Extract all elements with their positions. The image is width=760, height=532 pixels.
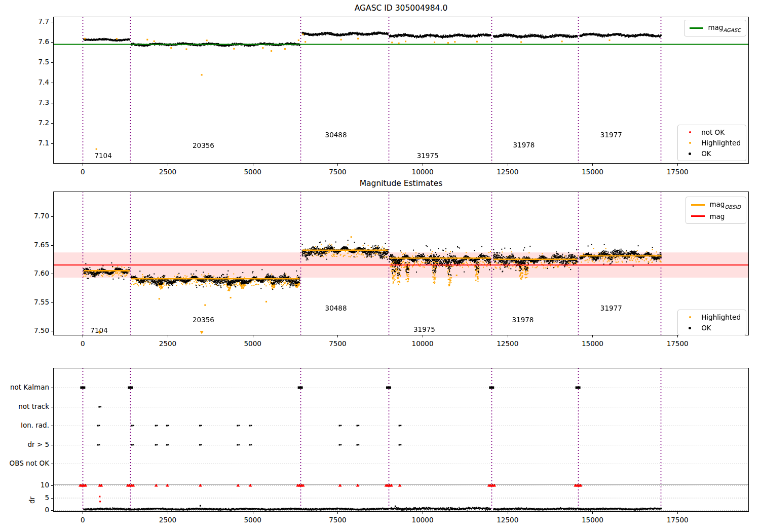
not-ok-label: not OK <box>701 128 725 136</box>
top-ytickmark-7.3 <box>51 103 53 103</box>
mag-agasc-line-swatch <box>690 27 703 29</box>
dr-tick-10: 10 <box>21 481 49 489</box>
middle-xtick-2500: 2500 <box>147 339 188 348</box>
middle-obsid-label-31977: 31977 <box>588 304 634 312</box>
top-obsid-label-7104: 7104 <box>81 151 126 160</box>
legend-item-mag-obsid: magOBSID <box>691 200 741 210</box>
category-label-dr-5: dr > 5 <box>1 440 49 448</box>
middle-ytickmark-7.65 <box>51 245 53 246</box>
bottom-xtick-10000: 10000 <box>402 516 443 524</box>
ok-label: OK <box>701 149 711 158</box>
bottom-xtick-7500: 7500 <box>317 516 358 524</box>
dr-tick-5: 5 <box>21 493 49 502</box>
bottom-xtick-5000: 5000 <box>233 516 273 524</box>
category-label-not-kalman: not Kalman <box>1 383 49 391</box>
top-plot-area <box>53 17 749 164</box>
dr-tick-0: 0 <box>21 506 49 514</box>
middle-xtickmark-0 <box>83 335 83 337</box>
highlighted-marker-icon-2 <box>683 316 697 318</box>
mag-agasc-legend: magAGASC <box>684 20 746 36</box>
top-obsid-label-20356: 20356 <box>180 141 226 149</box>
bottom-xtick-2500: 2500 <box>147 516 188 524</box>
bottom-xtickmark-12500 <box>508 512 508 514</box>
top-obsid-label-31977: 31977 <box>588 131 634 139</box>
bottom-xtickmark-2500 <box>168 512 168 514</box>
top-ytickmark-7.2 <box>51 123 53 124</box>
bottom-xtick-12500: 12500 <box>487 516 528 524</box>
ok-marker-icon <box>683 153 697 155</box>
bottom-xtick-15000: 15000 <box>572 516 613 524</box>
middle-ytick-7.60: 7.60 <box>21 269 49 277</box>
highlighted-label-2: Highlighted <box>701 313 741 321</box>
bottom-cat-tickmark-Ion-rad- <box>51 426 53 426</box>
middle-ytickmark-7.55 <box>51 302 53 303</box>
mag-obsid-line-swatch <box>691 204 705 206</box>
middle-xtick-0: 0 <box>62 339 103 348</box>
bottom-plot-area <box>53 368 749 512</box>
bottom-xtick-17500: 17500 <box>657 516 698 524</box>
middle-status-legend: Highlighted OK <box>677 310 746 335</box>
top-status-legend: not OK Highlighted OK <box>677 125 746 161</box>
legend-item-highlighted-2: Highlighted <box>683 313 741 321</box>
dr-tickmark-0 <box>51 510 53 511</box>
ok-label-2: OK <box>701 324 711 332</box>
top-obsid-label-31975: 31975 <box>405 151 450 160</box>
top-xtick-12500: 12500 <box>487 168 528 176</box>
middle-ytickmark-7.60 <box>51 274 53 274</box>
legend-item-mag: mag <box>691 212 741 220</box>
top-ytick-7.7: 7.7 <box>21 17 49 25</box>
middle-obsid-label-20356: 20356 <box>180 316 226 324</box>
not-ok-marker-icon <box>683 131 697 133</box>
bottom-xtickmark-7500 <box>337 512 338 514</box>
bottom-xtick-0: 0 <box>62 516 103 524</box>
top-xtickmark-2500 <box>168 164 168 166</box>
ok-marker-icon-2 <box>683 327 697 329</box>
middle-xtickmark-2500 <box>168 335 168 337</box>
middle-obsid-label-31975: 31975 <box>401 325 447 333</box>
highlighted-marker-icon <box>683 142 697 144</box>
middle-ytickmark-7.50 <box>51 331 53 331</box>
middle-xtickmark-10000 <box>423 335 423 337</box>
top-ytick-7.5: 7.5 <box>21 58 49 66</box>
middle-obsid-label-31978: 31978 <box>500 316 546 324</box>
middle-plot-title: Magnitude Estimates <box>53 179 749 188</box>
middle-xtick-7500: 7500 <box>317 339 358 348</box>
middle-ytick-7.65: 7.65 <box>21 241 49 249</box>
middle-xtickmark-17500 <box>677 335 678 337</box>
middle-xtickmark-15000 <box>592 335 593 337</box>
bottom-cat-tickmark-OBS-not-OK <box>51 464 53 464</box>
top-ytickmark-7.4 <box>51 83 53 83</box>
middle-ytick-7.50: 7.50 <box>21 326 49 334</box>
bottom-cat-tickmark-not-track <box>51 407 53 407</box>
top-obsid-label-31978: 31978 <box>501 141 547 149</box>
middle-xtickmark-5000 <box>253 335 253 337</box>
middle-xtick-5000: 5000 <box>233 339 273 348</box>
top-ytick-7.3: 7.3 <box>21 98 49 106</box>
legend-item-ok: OK <box>683 149 741 158</box>
top-xtick-5000: 5000 <box>233 168 273 176</box>
middle-obsid-label-7104: 7104 <box>77 326 122 334</box>
bottom-cat-tickmark-dr-5 <box>51 445 53 445</box>
top-xtickmark-0 <box>83 164 83 166</box>
category-label-ion-rad-: Ion. rad. <box>1 421 49 429</box>
top-ytickmark-7.5 <box>51 62 53 63</box>
middle-ytick-7.70: 7.70 <box>21 212 49 220</box>
top-ytick-7.6: 7.6 <box>21 37 49 46</box>
bottom-xtickmark-17500 <box>677 512 678 514</box>
legend-item-not-ok: not OK <box>683 128 741 136</box>
middle-plot-area <box>53 192 749 335</box>
top-xtickmark-12500 <box>508 164 508 166</box>
top-xtick-7500: 7500 <box>317 168 358 176</box>
top-obsid-label-30488: 30488 <box>313 131 359 139</box>
top-ytickmark-7.1 <box>51 143 53 144</box>
figure: AGASC ID 305004984.0 Magnitude Estimates… <box>0 0 760 532</box>
mag-line-swatch <box>691 215 705 217</box>
middle-ytickmark-7.70 <box>51 216 53 217</box>
category-label-obs-not-ok: OBS not OK <box>1 459 49 467</box>
legend-item-mag-agasc: magAGASC <box>690 23 741 33</box>
bottom-xtickmark-5000 <box>253 512 253 514</box>
middle-obsid-label-30488: 30488 <box>313 304 359 312</box>
top-xtick-17500: 17500 <box>657 168 698 176</box>
middle-ytick-7.55: 7.55 <box>21 298 49 306</box>
top-xtick-15000: 15000 <box>572 168 613 176</box>
